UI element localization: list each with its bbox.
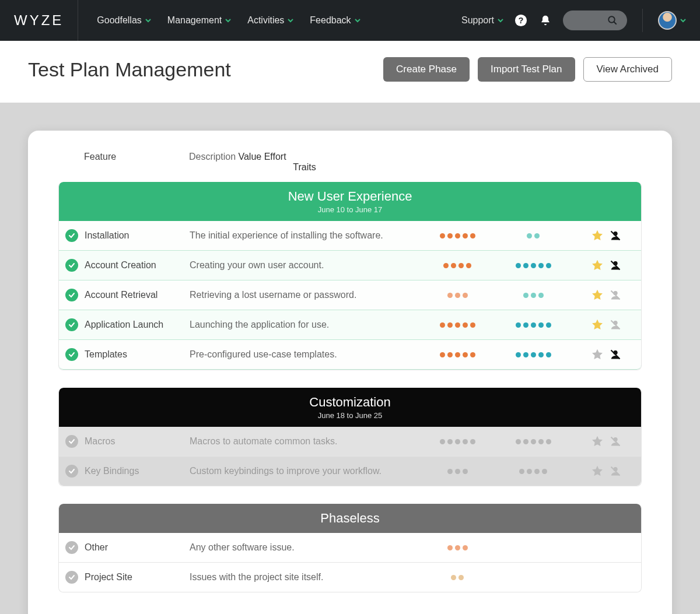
phase-header[interactable]: CustomizationJune 18 to June 25 [59,388,641,427]
value-dots [419,230,495,241]
nav-link-label: Feedback [310,15,351,26]
table-row[interactable]: TemplatesPre-configured use-case templat… [59,340,641,370]
create-phase-button[interactable]: Create Phase [383,57,470,82]
feature-description: The initial experience of installing the… [190,230,419,241]
nav-link-goodfellas[interactable]: Goodfellas [97,15,151,26]
person-off-icon [610,230,621,241]
nav-link-feedback[interactable]: Feedback [310,15,360,26]
test-plan-card: Feature Description Value Effort Traits … [28,131,672,614]
dots-indicator [516,352,551,357]
feature-description: Macros to automate common tasks. [190,436,419,447]
star-icon [591,318,604,331]
top-nav: WYZE Goodfellas Management Activities Fe… [0,0,700,41]
star-icon [591,289,604,301]
nav-link-label: Goodfellas [97,15,142,26]
dots-indicator [516,439,551,444]
user-menu[interactable] [658,11,686,30]
avatar [658,11,677,30]
import-test-plan-button[interactable]: Import Test Plan [478,57,575,82]
view-archived-button[interactable]: View Archived [583,57,672,82]
help-icon[interactable]: ? [514,13,528,27]
support-link[interactable]: Support [461,15,503,26]
traits-icons [571,348,641,361]
chevron-down-icon [288,17,293,23]
traits-icons [571,435,641,448]
table-row[interactable]: Account CreationCreating your own user a… [59,251,641,280]
traits-icons [571,465,641,478]
header-actions: Create Phase Import Test Plan View Archi… [383,57,672,82]
value-dots [419,290,495,300]
feature-name: Account Retrieval [85,290,190,300]
phase-header[interactable]: Phaseless [59,504,641,533]
bell-icon[interactable] [538,13,552,27]
feature-description: Custom keybindings to improve your workf… [190,466,419,476]
value-dots [419,572,495,583]
star-icon [591,348,604,361]
col-effort: Effort [264,152,286,162]
table-row[interactable]: Key BindingsCustom keybindings to improv… [59,457,641,486]
dots-indicator [440,439,475,444]
person-off-icon [610,319,621,331]
phase-dates: June 10 to June 17 [59,205,641,214]
value-dots [419,436,495,447]
dots-indicator [516,263,551,268]
star-icon [591,229,604,242]
value-dots [419,260,495,271]
feature-description: Issues with the project site itself. [190,572,419,583]
traits-icons [571,318,641,331]
dots-indicator [447,545,468,550]
table-row[interactable]: OtherAny other software issue. [59,533,641,563]
col-value: Value [238,152,261,162]
phase-group-phaseless: Phaseless OtherAny other software issue.… [58,504,642,592]
dots-indicator [440,233,475,238]
column-headers: Feature Description Value Effort Traits [58,152,642,182]
chevron-down-icon [680,17,686,23]
feature-name: Application Launch [85,320,190,330]
value-dots [419,320,495,330]
dots-indicator [516,322,551,328]
effort-dots [495,349,571,360]
dots-indicator [447,469,468,474]
table-row[interactable]: MacrosMacros to automate common tasks. [59,427,641,457]
table-row[interactable]: Project SiteIssues with the project site… [59,563,641,592]
phase-title: New User Experience [59,189,641,204]
nav-links: Goodfellas Management Activities Feedbac… [97,15,360,26]
dots-indicator [447,293,468,298]
feature-name: Other [85,542,190,553]
dots-indicator [440,322,475,328]
dots-indicator [527,233,540,238]
feature-name: Installation [85,230,190,241]
dots-indicator [519,469,547,474]
support-label: Support [461,15,494,26]
feature-description: Creating your own user account. [190,260,419,271]
table-row[interactable]: Application LaunchLaunching the applicat… [59,310,641,340]
phase-title: Customization [59,395,641,410]
effort-dots [495,230,571,241]
dots-indicator [443,263,471,268]
feature-name: Macros [85,436,190,447]
traits-icons [571,259,641,272]
phase-header[interactable]: New User ExperienceJune 10 to June 17 [59,182,641,221]
page-title: Test Plan Management [28,58,231,81]
person-off-icon [610,436,621,447]
search-icon [607,15,618,26]
person-off-icon [610,349,621,360]
nav-link-activities[interactable]: Activities [247,15,293,26]
page-header: Test Plan Management Create Phase Import… [0,41,700,103]
chevron-down-icon [355,17,360,23]
effort-dots [495,436,571,447]
status-check-icon [65,229,78,242]
table-row[interactable]: Account RetrievalRetrieving a lost usern… [59,280,641,310]
person-off-icon [610,465,621,477]
table-row[interactable]: InstallationThe initial experience of in… [59,221,641,251]
feature-description: Any other software issue. [190,542,419,553]
svg-point-2 [608,16,615,23]
search-button[interactable] [563,10,627,30]
phase-title: Phaseless [59,511,641,526]
dots-indicator [523,293,544,298]
nav-link-management[interactable]: Management [167,15,231,26]
status-check-icon [65,289,78,301]
star-icon [591,465,604,478]
dots-indicator [451,575,464,580]
chevron-down-icon [225,17,231,23]
